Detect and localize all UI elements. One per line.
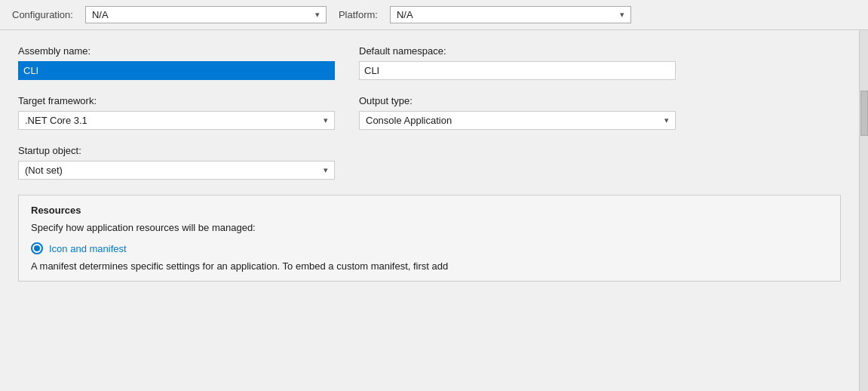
- target-framework-value: .NET Core 3.1: [25, 115, 87, 126]
- icon-manifest-radio[interactable]: [31, 242, 43, 254]
- form-row-1: Assembly name: Default namespace:: [18, 45, 841, 80]
- startup-object-select[interactable]: (Not set) ▾: [18, 161, 335, 180]
- platform-label: Platform:: [339, 9, 378, 20]
- target-framework-group: Target framework: .NET Core 3.1 ▾: [18, 95, 335, 130]
- output-type-group: Output type: Console Application ▾: [359, 95, 676, 130]
- resources-section: Resources Specify how application resour…: [18, 195, 841, 282]
- resources-subtitle: Specify how application resources will b…: [31, 222, 828, 233]
- platform-chevron-icon: ▾: [620, 10, 624, 20]
- assembly-name-group: Assembly name:: [18, 45, 335, 80]
- scrollbar[interactable]: [859, 30, 868, 391]
- configuration-value: N/A: [92, 9, 109, 20]
- configuration-chevron-icon: ▾: [315, 10, 320, 20]
- resources-title: Resources: [31, 205, 828, 216]
- default-namespace-label: Default namespace:: [359, 45, 676, 57]
- output-type-select[interactable]: Console Application ▾: [359, 111, 676, 130]
- startup-object-chevron-icon: ▾: [324, 165, 328, 175]
- main-content: Assembly name: Default namespace: Target…: [0, 30, 868, 391]
- resources-description: A manifest determines specific settings …: [31, 260, 828, 272]
- startup-object-value: (Not set): [25, 165, 63, 176]
- assembly-name-input[interactable]: [18, 61, 335, 80]
- output-type-value: Console Application: [366, 115, 452, 126]
- target-framework-select[interactable]: .NET Core 3.1 ▾: [18, 111, 335, 130]
- icon-manifest-label: Icon and manifest: [49, 243, 127, 254]
- assembly-name-label: Assembly name:: [18, 45, 335, 57]
- content-area: Assembly name: Default namespace: Target…: [0, 30, 859, 391]
- platform-select[interactable]: N/A ▾: [390, 6, 631, 23]
- target-framework-label: Target framework:: [18, 95, 335, 106]
- configuration-label: Configuration:: [12, 9, 73, 20]
- default-namespace-group: Default namespace:: [359, 45, 676, 80]
- target-framework-chevron-icon: ▾: [324, 115, 328, 125]
- form-row-3: Startup object: (Not set) ▾: [18, 145, 841, 180]
- platform-value: N/A: [397, 9, 413, 20]
- startup-object-group: Startup object: (Not set) ▾: [18, 145, 335, 180]
- scrollbar-thumb[interactable]: [860, 91, 868, 136]
- output-type-label: Output type:: [359, 95, 676, 106]
- icon-manifest-radio-row[interactable]: Icon and manifest: [31, 242, 828, 254]
- configuration-select[interactable]: N/A ▾: [85, 6, 327, 23]
- default-namespace-input[interactable]: [359, 61, 676, 80]
- output-type-chevron-icon: ▾: [664, 115, 669, 125]
- startup-object-label: Startup object:: [18, 145, 335, 156]
- top-bar: Configuration: N/A ▾ Platform: N/A ▾: [0, 0, 868, 30]
- form-row-2: Target framework: .NET Core 3.1 ▾ Output…: [18, 95, 841, 130]
- radio-inner-dot: [34, 245, 40, 251]
